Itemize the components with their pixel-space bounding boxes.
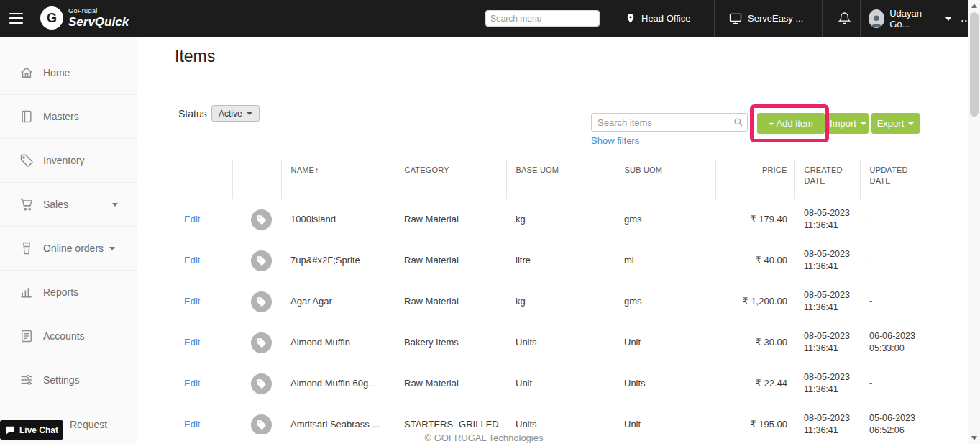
sidebar-item-home[interactable]: Home [0, 51, 137, 95]
item-category: Raw Material [395, 281, 506, 322]
live-chat-button[interactable]: Live Chat [0, 420, 63, 440]
edit-link[interactable]: Edit [184, 419, 200, 430]
hamburger-menu-button[interactable] [0, 0, 32, 37]
item-created-date: 08-05-2023 11:36:41 [794, 404, 860, 435]
status-label: Status [178, 108, 207, 119]
header-created-date[interactable]: CREATED DATE [794, 160, 860, 199]
table-row: Edit Almond Muffin Bakery Items Units Un… [175, 322, 928, 363]
search-icon [733, 117, 743, 127]
item-name: Agar Agar [281, 281, 395, 322]
store-label: Head Office [641, 13, 690, 24]
terminal-selector[interactable]: ServeEasy ... [728, 0, 803, 37]
sidebar-item-sales[interactable]: Sales [0, 183, 137, 227]
item-sub-uom: gms [615, 199, 715, 240]
user-more-indicator: .. [961, 13, 968, 24]
sidebar-item-online-orders[interactable]: Online orders [0, 227, 137, 271]
person-icon [869, 12, 884, 28]
header-price[interactable]: PRICE [715, 160, 794, 199]
item-base-uom: kg [506, 281, 615, 322]
item-category: Raw Material [395, 363, 506, 404]
item-created-date: 08-05-2023 11:36:41 [794, 281, 860, 322]
sidebar-item-accounts[interactable]: Accounts [0, 314, 137, 358]
chevron-down-icon [112, 203, 118, 207]
header-sub-uom[interactable]: SUB UOM [615, 160, 715, 199]
location-pin-icon [625, 13, 636, 24]
item-updated-date: - [860, 363, 928, 404]
masters-icon [19, 109, 34, 124]
sidebar-item-masters[interactable]: Masters [0, 95, 137, 139]
edit-link[interactable]: Edit [184, 214, 200, 225]
item-name: 7up&#x2F;Sprite [281, 240, 395, 281]
item-base-uom: Units [506, 404, 615, 435]
app-window: G GoFrugal ServQuick Head Office [0, 0, 980, 444]
terminal-icon [728, 12, 743, 26]
item-base-uom: litre [506, 240, 615, 281]
edit-link[interactable]: Edit [184, 337, 200, 348]
main-content: Items Status Active Show filters + Add i… [137, 37, 968, 444]
export-button[interactable]: Export [871, 113, 920, 134]
drink-icon [19, 241, 34, 255]
store-selector[interactable]: Head Office [625, 0, 690, 37]
notifications-button[interactable] [828, 0, 860, 37]
sidebar-item-reports[interactable]: Reports [0, 271, 137, 314]
items-search-input[interactable] [592, 114, 730, 131]
tag-icon[interactable] [251, 291, 272, 312]
brand-name-small: GoFrugal [68, 8, 129, 14]
item-sub-uom: gms [615, 281, 715, 322]
item-category: STARTERS- GRILLED [395, 404, 506, 435]
items-search-button[interactable] [730, 117, 747, 127]
header-updated-date[interactable]: UPDATED DATE [860, 160, 928, 199]
menu-search-input[interactable] [486, 11, 600, 26]
home-icon [19, 65, 34, 80]
caret-down-icon [908, 122, 914, 125]
tag-icon[interactable] [251, 209, 272, 230]
status-dropdown[interactable]: Active [211, 105, 260, 122]
table-row: Edit Amritsari Seabrass ... STARTERS- GR… [175, 404, 928, 435]
add-item-button[interactable]: + Add item [757, 113, 825, 134]
table-row: Edit Agar Agar Raw Material kg gms ₹ 1,2… [175, 281, 928, 322]
show-filters-link[interactable]: Show filters [591, 135, 639, 146]
header-category[interactable]: CATEGORY [395, 160, 506, 199]
sliders-icon [19, 373, 34, 387]
items-table: NAME↑ CATEGORY BASE UOM SUB UOM PRICE CR… [175, 160, 928, 434]
tag-icon[interactable] [251, 414, 272, 435]
item-price: ₹ 40.00 [715, 240, 794, 281]
tag-icon[interactable] [251, 332, 272, 353]
item-category: Bakery Items [395, 322, 506, 363]
item-base-uom: kg [506, 199, 615, 240]
tag-icon[interactable] [251, 373, 272, 394]
user-avatar [869, 9, 884, 28]
header-base-uom[interactable]: BASE UOM [506, 160, 615, 199]
edit-link[interactable]: Edit [184, 378, 200, 389]
table-header-row: NAME↑ CATEGORY BASE UOM SUB UOM PRICE CR… [175, 160, 928, 199]
scroll-up-arrow-icon[interactable] [971, 4, 977, 8]
item-created-date: 08-05-2023 11:36:41 [794, 363, 860, 404]
import-button[interactable]: Import [828, 113, 869, 134]
bell-icon [838, 12, 851, 25]
caret-down-icon [247, 112, 252, 115]
status-value: Active [219, 109, 242, 119]
item-created-date: 08-05-2023 11:36:41 [794, 322, 860, 363]
sidebar-item-settings[interactable]: Settings [0, 358, 137, 402]
sidebar-item-label: Settings [43, 374, 80, 386]
scrollbar-thumb[interactable] [970, 12, 979, 117]
tag-icon[interactable] [251, 250, 272, 271]
header-name[interactable]: NAME↑ [281, 160, 395, 199]
item-updated-date: - [860, 240, 928, 281]
user-menu[interactable]: Udayan Go... .. [869, 0, 968, 37]
brand-logo[interactable]: G GoFrugal ServQuick [40, 6, 129, 30]
inventory-tag-icon [19, 153, 34, 168]
vertical-scrollbar[interactable] [968, 0, 980, 444]
edit-link[interactable]: Edit [184, 296, 200, 307]
scroll-down-arrow-icon[interactable] [971, 436, 977, 440]
table-row: Edit 7up&#x2F;Sprite Raw Material litre … [175, 240, 928, 281]
table-row: Edit 1000island Raw Material kg gms ₹ 17… [175, 199, 928, 240]
chevron-down-icon [109, 247, 115, 250]
item-name: Almond Muffin 60g... [281, 363, 395, 404]
caret-down-icon [861, 122, 866, 125]
topbar: G GoFrugal ServQuick Head Office [0, 0, 968, 37]
item-price: ₹ 22.44 [715, 363, 794, 404]
edit-link[interactable]: Edit [184, 255, 200, 266]
item-updated-date: 06-06-2023 05:33:00 [860, 322, 928, 363]
sidebar-item-inventory[interactable]: Inventory [0, 139, 137, 183]
